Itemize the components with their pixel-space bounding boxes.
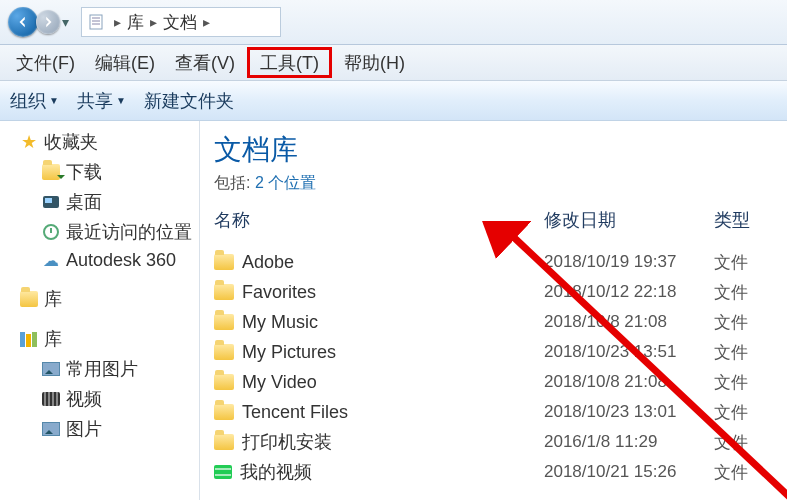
sidebar-favorites[interactable]: ★ 收藏夹 bbox=[0, 127, 199, 157]
breadcrumb-library[interactable]: 库 bbox=[127, 11, 144, 34]
sidebar-item-label: 库 bbox=[44, 287, 62, 311]
file-date: 2018/10/23 13:51 bbox=[544, 342, 714, 362]
toolbar: 组织▼ 共享▼ 新建文件夹 bbox=[0, 81, 787, 121]
file-type: 文件 bbox=[714, 281, 775, 304]
file-type: 文件 bbox=[714, 401, 775, 424]
library-doc-icon bbox=[88, 14, 104, 30]
sidebar-item-label: 下载 bbox=[66, 160, 102, 184]
sidebar-libraries-group: 库 常用图片 视频 图片 bbox=[0, 324, 199, 444]
sidebar: ★ 收藏夹 下载 桌面 最近访问的位置 ☁ Autodesk 360 bbox=[0, 121, 200, 500]
sidebar-libraries-short[interactable]: 库 bbox=[0, 284, 199, 314]
sidebar-item-label: 视频 bbox=[66, 387, 102, 411]
sidebar-autodesk[interactable]: ☁ Autodesk 360 bbox=[0, 247, 199, 274]
sidebar-desktop[interactable]: 桌面 bbox=[0, 187, 199, 217]
arrow-left-icon bbox=[16, 15, 30, 29]
file-row[interactable]: My Pictures2018/10/23 13:51文件 bbox=[214, 337, 775, 367]
toolbar-organize[interactable]: 组织▼ bbox=[10, 89, 59, 113]
folder-icon bbox=[214, 284, 234, 300]
libraries-icon bbox=[20, 330, 38, 348]
forward-button[interactable] bbox=[36, 10, 60, 34]
breadcrumb-documents[interactable]: 文档 bbox=[163, 11, 197, 34]
toolbar-share[interactable]: 共享▼ bbox=[77, 89, 126, 113]
menu-help[interactable]: 帮助(H) bbox=[334, 45, 415, 80]
sidebar-libraries[interactable]: 库 bbox=[0, 324, 199, 354]
video-folder-icon bbox=[214, 465, 232, 479]
chevron-down-icon: ▼ bbox=[49, 95, 59, 106]
library-icon bbox=[20, 290, 38, 308]
file-name: My Music bbox=[242, 312, 318, 333]
content-pane: 文档库 包括: 2 个位置 名称 修改日期 类型 Adobe2018/10/19… bbox=[200, 121, 787, 500]
chevron-down-icon: ▼ bbox=[116, 95, 126, 106]
chevron-right-icon: ▸ bbox=[203, 14, 210, 30]
file-row[interactable]: 我的视频2018/10/21 15:26文件 bbox=[214, 457, 775, 487]
column-type[interactable]: 类型 bbox=[714, 208, 775, 232]
star-icon: ★ bbox=[20, 133, 38, 151]
file-row[interactable]: Adobe2018/10/19 19:37文件 bbox=[214, 247, 775, 277]
library-title: 文档库 bbox=[214, 131, 775, 169]
library-subtitle: 包括: 2 个位置 bbox=[214, 173, 775, 194]
sidebar-item-label: 图片 bbox=[66, 417, 102, 441]
file-row[interactable]: Tencent Files2018/10/23 13:01文件 bbox=[214, 397, 775, 427]
file-date: 2018/10/12 22:18 bbox=[544, 282, 714, 302]
sidebar-pictures[interactable]: 图片 bbox=[0, 414, 199, 444]
pictures-icon bbox=[42, 360, 60, 378]
breadcrumb[interactable]: ▸ 库 ▸ 文档 ▸ bbox=[81, 7, 281, 37]
file-date: 2018/10/8 21:08 bbox=[544, 312, 714, 332]
file-date: 2018/10/8 21:08 bbox=[544, 372, 714, 392]
file-name: Tencent Files bbox=[242, 402, 348, 423]
library-location-count[interactable]: 2 个位置 bbox=[255, 174, 316, 191]
column-name[interactable]: 名称 bbox=[214, 208, 544, 232]
folder-icon bbox=[214, 314, 234, 330]
back-button[interactable] bbox=[8, 7, 38, 37]
chevron-right-icon: ▸ bbox=[114, 14, 121, 30]
file-row[interactable]: Favorites2018/10/12 22:18文件 bbox=[214, 277, 775, 307]
sidebar-item-label: Autodesk 360 bbox=[66, 250, 176, 271]
folder-icon bbox=[214, 344, 234, 360]
menu-file[interactable]: 文件(F) bbox=[6, 45, 85, 80]
nav-back-forward: ▾ bbox=[8, 7, 69, 37]
toolbar-new-folder[interactable]: 新建文件夹 bbox=[144, 89, 234, 113]
library-subtitle-prefix: 包括: bbox=[214, 174, 255, 191]
explorer-body: ★ 收藏夹 下载 桌面 最近访问的位置 ☁ Autodesk 360 bbox=[0, 121, 787, 500]
file-list: Adobe2018/10/19 19:37文件Favorites2018/10/… bbox=[214, 247, 775, 487]
sidebar-favorites-group: ★ 收藏夹 下载 桌面 最近访问的位置 ☁ Autodesk 360 bbox=[0, 127, 199, 274]
file-type: 文件 bbox=[714, 431, 775, 454]
file-date: 2018/10/23 13:01 bbox=[544, 402, 714, 422]
video-icon bbox=[42, 390, 60, 408]
file-name: My Video bbox=[242, 372, 317, 393]
folder-icon bbox=[214, 254, 234, 270]
file-type: 文件 bbox=[714, 371, 775, 394]
cloud-icon: ☁ bbox=[42, 252, 60, 270]
sidebar-videos[interactable]: 视频 bbox=[0, 384, 199, 414]
sidebar-item-label: 桌面 bbox=[66, 190, 102, 214]
folder-icon bbox=[214, 434, 234, 450]
file-type: 文件 bbox=[714, 461, 775, 484]
menu-edit[interactable]: 编辑(E) bbox=[85, 45, 165, 80]
sidebar-common-pictures[interactable]: 常用图片 bbox=[0, 354, 199, 384]
history-dropdown-icon[interactable]: ▾ bbox=[62, 14, 69, 30]
file-date: 2016/1/8 11:29 bbox=[544, 432, 714, 452]
file-name: 我的视频 bbox=[240, 460, 312, 484]
file-name: Favorites bbox=[242, 282, 316, 303]
sidebar-downloads[interactable]: 下载 bbox=[0, 157, 199, 187]
menu-tools[interactable]: 工具(T) bbox=[247, 47, 332, 78]
chevron-right-icon: ▸ bbox=[150, 14, 157, 30]
menu-view[interactable]: 查看(V) bbox=[165, 45, 245, 80]
sidebar-item-label: 常用图片 bbox=[66, 357, 138, 381]
file-type: 文件 bbox=[714, 341, 775, 364]
file-row[interactable]: My Video2018/10/8 21:08文件 bbox=[214, 367, 775, 397]
sidebar-item-label: 库 bbox=[44, 327, 62, 351]
sidebar-item-label: 最近访问的位置 bbox=[66, 220, 192, 244]
file-name: Adobe bbox=[242, 252, 294, 273]
file-row[interactable]: My Music2018/10/8 21:08文件 bbox=[214, 307, 775, 337]
file-row[interactable]: 打印机安装2016/1/8 11:29文件 bbox=[214, 427, 775, 457]
folder-icon bbox=[214, 404, 234, 420]
menubar: 文件(F) 编辑(E) 查看(V) 工具(T) 帮助(H) bbox=[0, 45, 787, 81]
folder-icon bbox=[214, 374, 234, 390]
sidebar-recent[interactable]: 最近访问的位置 bbox=[0, 217, 199, 247]
sidebar-item-label: 收藏夹 bbox=[44, 130, 98, 154]
download-icon bbox=[42, 163, 60, 181]
column-date[interactable]: 修改日期 bbox=[544, 208, 714, 232]
file-date: 2018/10/19 19:37 bbox=[544, 252, 714, 272]
desktop-icon bbox=[42, 193, 60, 211]
